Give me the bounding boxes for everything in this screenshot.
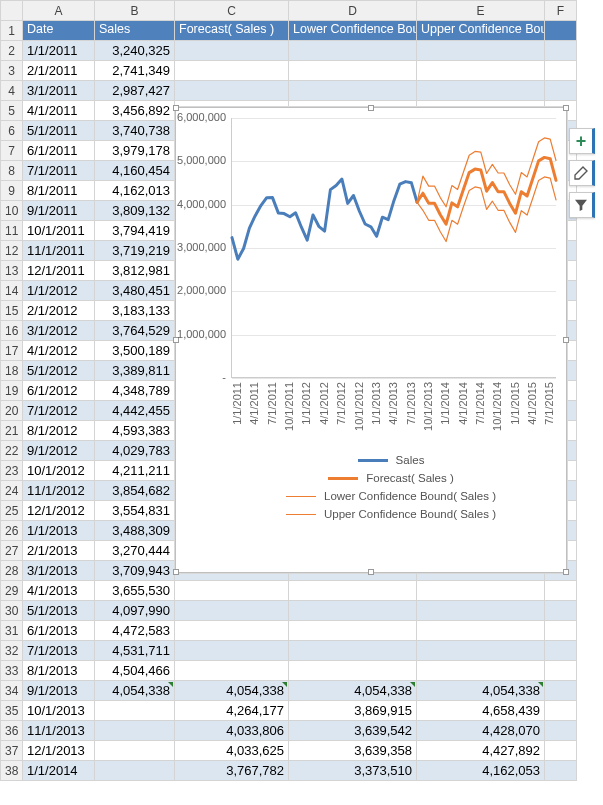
cell-forecast[interactable]: 4,033,806 bbox=[175, 721, 289, 741]
row-header[interactable]: 13 bbox=[1, 261, 23, 281]
cell-date[interactable]: 1/1/2013 bbox=[23, 521, 95, 541]
cell-sales[interactable]: 3,500,189 bbox=[95, 341, 175, 361]
cell-sales[interactable]: 4,442,455 bbox=[95, 401, 175, 421]
table-header-D[interactable]: Lower Confidence Bound( Sales ) bbox=[289, 21, 417, 41]
cell-empty[interactable] bbox=[545, 721, 577, 741]
row-header[interactable]: 10 bbox=[1, 201, 23, 221]
cell-lower[interactable] bbox=[289, 581, 417, 601]
cell-date[interactable]: 6/1/2011 bbox=[23, 141, 95, 161]
row-header[interactable]: 19 bbox=[1, 381, 23, 401]
cell-date[interactable]: 4/1/2011 bbox=[23, 101, 95, 121]
cell-forecast[interactable] bbox=[175, 81, 289, 101]
cell-forecast[interactable]: 4,033,625 bbox=[175, 741, 289, 761]
cell-date[interactable]: 6/1/2012 bbox=[23, 381, 95, 401]
table-header-A[interactable]: Date bbox=[23, 21, 95, 41]
cell-lower[interactable] bbox=[289, 81, 417, 101]
row-header[interactable]: 37 bbox=[1, 741, 23, 761]
cell-date[interactable]: 7/1/2013 bbox=[23, 641, 95, 661]
cell-upper[interactable] bbox=[417, 641, 545, 661]
cell-lower[interactable]: 3,373,510 bbox=[289, 761, 417, 781]
cell-sales[interactable]: 4,162,013 bbox=[95, 181, 175, 201]
row-header[interactable]: 7 bbox=[1, 141, 23, 161]
cell-upper[interactable]: 4,658,439 bbox=[417, 701, 545, 721]
cell-date[interactable]: 5/1/2013 bbox=[23, 601, 95, 621]
cell-empty[interactable] bbox=[545, 61, 577, 81]
cell-forecast[interactable]: 4,264,177 bbox=[175, 701, 289, 721]
cell-upper[interactable] bbox=[417, 61, 545, 81]
row-header[interactable]: 4 bbox=[1, 81, 23, 101]
row-header[interactable]: 1 bbox=[1, 21, 23, 41]
cell-lower[interactable] bbox=[289, 601, 417, 621]
row-header[interactable]: 11 bbox=[1, 221, 23, 241]
cell-upper[interactable]: 4,427,892 bbox=[417, 741, 545, 761]
row-header[interactable]: 30 bbox=[1, 601, 23, 621]
cell-date[interactable]: 11/1/2012 bbox=[23, 481, 95, 501]
cell-date[interactable]: 7/1/2011 bbox=[23, 161, 95, 181]
row-header[interactable]: 6 bbox=[1, 121, 23, 141]
row-header[interactable]: 18 bbox=[1, 361, 23, 381]
cell-date[interactable]: 9/1/2012 bbox=[23, 441, 95, 461]
cell-forecast[interactable]: 4,054,338 bbox=[175, 681, 289, 701]
row-header[interactable]: 5 bbox=[1, 101, 23, 121]
cell-sales[interactable]: 4,211,211 bbox=[95, 461, 175, 481]
cell-date[interactable]: 8/1/2011 bbox=[23, 181, 95, 201]
cell-forecast[interactable] bbox=[175, 61, 289, 81]
cell-upper[interactable]: 4,054,338 bbox=[417, 681, 545, 701]
series-Sales[interactable] bbox=[232, 179, 417, 259]
row-header[interactable]: 3 bbox=[1, 61, 23, 81]
cell-date[interactable]: 4/1/2013 bbox=[23, 581, 95, 601]
row-header[interactable]: 29 bbox=[1, 581, 23, 601]
cell-date[interactable]: 1/1/2014 bbox=[23, 761, 95, 781]
cell-sales[interactable]: 3,812,981 bbox=[95, 261, 175, 281]
cell-sales[interactable]: 3,456,892 bbox=[95, 101, 175, 121]
row-header[interactable]: 34 bbox=[1, 681, 23, 701]
chart-styles-button[interactable] bbox=[569, 160, 595, 186]
row-header[interactable]: 27 bbox=[1, 541, 23, 561]
cell-lower[interactable] bbox=[289, 41, 417, 61]
row-header[interactable]: 35 bbox=[1, 701, 23, 721]
chart-elements-button[interactable]: + bbox=[569, 128, 595, 154]
cell-empty[interactable] bbox=[545, 661, 577, 681]
cell-sales[interactable]: 3,794,419 bbox=[95, 221, 175, 241]
cell-sales[interactable]: 3,480,451 bbox=[95, 281, 175, 301]
row-header[interactable]: 9 bbox=[1, 181, 23, 201]
cell-date[interactable]: 4/1/2012 bbox=[23, 341, 95, 361]
row-header[interactable]: 8 bbox=[1, 161, 23, 181]
table-header-C[interactable]: Forecast( Sales ) bbox=[175, 21, 289, 41]
row-header[interactable]: 12 bbox=[1, 241, 23, 261]
cell-sales[interactable]: 4,593,383 bbox=[95, 421, 175, 441]
col-header-C[interactable]: C bbox=[175, 1, 289, 21]
cell-forecast[interactable] bbox=[175, 581, 289, 601]
cell-sales[interactable]: 4,531,711 bbox=[95, 641, 175, 661]
cell-sales[interactable]: 4,097,990 bbox=[95, 601, 175, 621]
table-header-E[interactable]: Upper Confidence Bound( Sales ) bbox=[417, 21, 545, 41]
cell-sales[interactable]: 3,488,309 bbox=[95, 521, 175, 541]
row-header[interactable]: 17 bbox=[1, 341, 23, 361]
cell-sales[interactable]: 4,472,583 bbox=[95, 621, 175, 641]
col-header-D[interactable]: D bbox=[289, 1, 417, 21]
col-header-A[interactable]: A bbox=[23, 1, 95, 21]
cell-sales[interactable]: 4,504,466 bbox=[95, 661, 175, 681]
cell-sales[interactable]: 4,348,789 bbox=[95, 381, 175, 401]
cell-sales[interactable] bbox=[95, 761, 175, 781]
cell-date[interactable]: 2/1/2012 bbox=[23, 301, 95, 321]
cell-lower[interactable] bbox=[289, 61, 417, 81]
row-header[interactable]: 14 bbox=[1, 281, 23, 301]
row-header[interactable]: 31 bbox=[1, 621, 23, 641]
cell-upper[interactable]: 4,428,070 bbox=[417, 721, 545, 741]
cell-date[interactable]: 7/1/2012 bbox=[23, 401, 95, 421]
select-all-corner[interactable] bbox=[1, 1, 23, 21]
cell-sales[interactable]: 3,240,325 bbox=[95, 41, 175, 61]
cell-date[interactable]: 2/1/2013 bbox=[23, 541, 95, 561]
cell-sales[interactable]: 3,764,529 bbox=[95, 321, 175, 341]
cell-forecast[interactable] bbox=[175, 601, 289, 621]
row-header[interactable]: 15 bbox=[1, 301, 23, 321]
cell-empty[interactable] bbox=[545, 581, 577, 601]
row-header[interactable]: 33 bbox=[1, 661, 23, 681]
cell-empty[interactable] bbox=[545, 701, 577, 721]
cell-forecast[interactable] bbox=[175, 41, 289, 61]
table-header-B[interactable]: Sales bbox=[95, 21, 175, 41]
cell-upper[interactable] bbox=[417, 581, 545, 601]
cell-date[interactable]: 9/1/2011 bbox=[23, 201, 95, 221]
cell-sales[interactable]: 3,554,831 bbox=[95, 501, 175, 521]
